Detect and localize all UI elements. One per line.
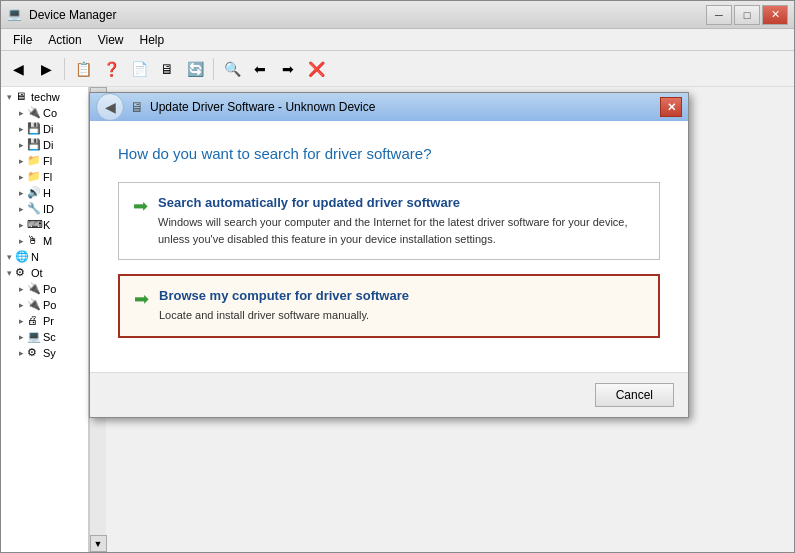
menu-file[interactable]: File [5, 31, 40, 49]
option1-arrow-icon: ➡ [133, 195, 148, 217]
close-button[interactable]: ✕ [762, 5, 788, 25]
toolbar-right-btn[interactable]: ➡ [275, 56, 301, 82]
toolbar-sep-2 [213, 58, 214, 80]
dialog-title-left: ◀ 🖥 Update Driver Software - Unknown Dev… [96, 93, 375, 121]
toolbar-help-btn[interactable]: ❓ [98, 56, 124, 82]
dialog-body: How do you want to search for driver sof… [90, 121, 688, 372]
dm-title-text: Device Manager [29, 8, 116, 22]
menu-view[interactable]: View [90, 31, 132, 49]
toolbar-sep-1 [64, 58, 65, 80]
dialog-question: How do you want to search for driver sof… [118, 145, 660, 162]
option1-title: Search automatically for updated driver … [158, 195, 645, 210]
dm-titlebar: 💻 Device Manager ─ □ ✕ [1, 1, 794, 29]
option2-title: Browse my computer for driver software [159, 288, 409, 303]
toolbar-search-btn[interactable]: 🔍 [219, 56, 245, 82]
toolbar-monitor-btn[interactable]: 🖥 [154, 56, 180, 82]
option2-desc: Locate and install driver software manua… [159, 307, 409, 324]
toolbar-refresh-btn[interactable]: 🔄 [182, 56, 208, 82]
option1-desc: Windows will search your computer and th… [158, 214, 645, 247]
option2-arrow-icon: ➡ [134, 288, 149, 310]
toolbar: ◀ ▶ 📋 ❓ 📄 🖥 🔄 🔍 ⬅ ➡ ❌ [1, 51, 794, 87]
menu-help[interactable]: Help [132, 31, 173, 49]
toolbar-cancel-btn[interactable]: ❌ [303, 56, 329, 82]
cancel-button[interactable]: Cancel [595, 383, 674, 407]
dm-content: ▾ 🖥 techw ▸ 🔌 Co ▸ 💾 Di ▸ 💾 Di ▸ 📁 [1, 87, 794, 552]
dm-app-icon: 💻 [7, 7, 23, 23]
menubar: File Action View Help [1, 29, 794, 51]
dialog-overlay: ◀ 🖥 Update Driver Software - Unknown Dev… [1, 87, 777, 552]
toolbar-back-btn[interactable]: ◀ [5, 56, 31, 82]
toolbar-properties-btn[interactable]: 📋 [70, 56, 96, 82]
dialog-title-icon: 🖥 [130, 99, 144, 115]
option2-content: Browse my computer for driver software L… [159, 288, 409, 324]
device-manager-window: 💻 Device Manager ─ □ ✕ File Action View … [0, 0, 795, 553]
option1-content: Search automatically for updated driver … [158, 195, 645, 247]
option-browse-manual[interactable]: ➡ Browse my computer for driver software… [118, 274, 660, 338]
toolbar-doc-btn[interactable]: 📄 [126, 56, 152, 82]
dialog-title-text: Update Driver Software - Unknown Device [150, 100, 375, 114]
option-search-auto[interactable]: ➡ Search automatically for updated drive… [118, 182, 660, 260]
dm-title-left: 💻 Device Manager [7, 7, 116, 23]
dialog-footer: Cancel [90, 372, 688, 417]
dialog-titlebar: ◀ 🖥 Update Driver Software - Unknown Dev… [90, 93, 688, 121]
update-driver-dialog: ◀ 🖥 Update Driver Software - Unknown Dev… [89, 92, 689, 418]
dialog-close-button[interactable]: ✕ [660, 97, 682, 117]
minimize-button[interactable]: ─ [706, 5, 732, 25]
toolbar-left-btn[interactable]: ⬅ [247, 56, 273, 82]
toolbar-forward-btn[interactable]: ▶ [33, 56, 59, 82]
maximize-button[interactable]: □ [734, 5, 760, 25]
dm-title-controls: ─ □ ✕ [706, 5, 788, 25]
dialog-back-button[interactable]: ◀ [96, 93, 124, 121]
menu-action[interactable]: Action [40, 31, 89, 49]
